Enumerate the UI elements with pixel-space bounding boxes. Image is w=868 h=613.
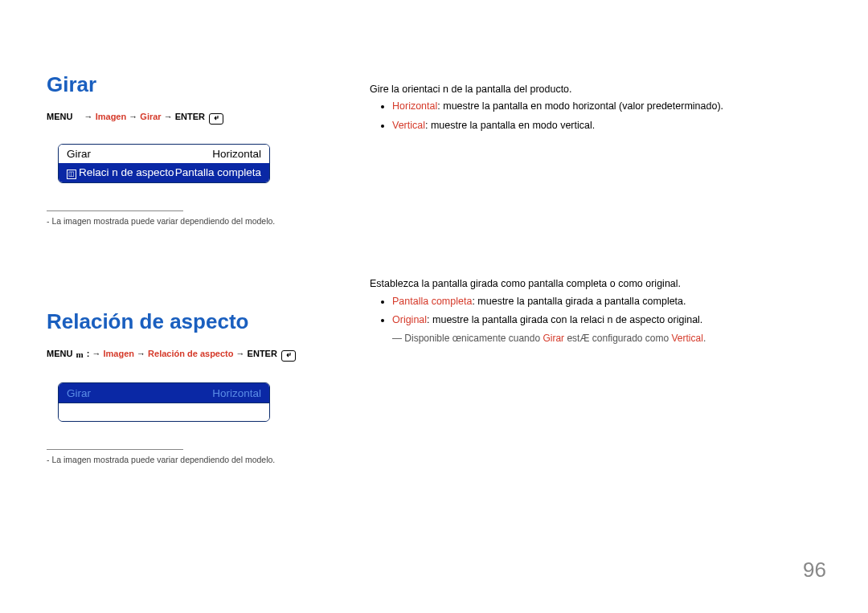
section1-menu-path: MENU → Imagen → Girar → ENTER (47, 112, 320, 125)
bullet-original: Original: muestre la pantalla girada con… (392, 313, 820, 328)
ui-row-label: Girar (67, 148, 91, 160)
ui-preview-girar: Girar Horizontal ◫Relaci n de aspecto Pa… (58, 144, 270, 183)
ui-row-girar[interactable]: Girar Horizontal (59, 145, 269, 163)
ui-row-label: ◫Relaci n de aspecto (67, 166, 174, 179)
ui-row-girar-dim[interactable]: Girar Horizontal (59, 383, 269, 403)
section1-title: Girar (47, 72, 320, 97)
page-number: 96 (803, 558, 826, 582)
section2-title: Relación de aspecto (47, 309, 320, 334)
menu-path-imagen: Imagen (103, 349, 134, 358)
section2-intro: Establezca la pantalla girada como panta… (370, 276, 820, 292)
enter-icon (209, 113, 223, 125)
menu-prefix: MENU (47, 112, 72, 121)
ui-row-value: Pantalla completa (175, 166, 261, 179)
menu-path-aspect: Relación de aspecto (148, 349, 233, 358)
menu-m-icon: m (75, 349, 84, 359)
separator (47, 449, 183, 450)
ui-row-aspect[interactable]: ◫Relaci n de aspecto Pantalla completa (59, 163, 269, 182)
bullet-vertical: Vertical: muestre la pantalla en modo ve… (392, 118, 820, 133)
availability-note: ― Disponible œnicamente cuando Girar est… (392, 331, 820, 346)
ui-row-value: Horizontal (212, 387, 261, 399)
menu-enter-label: ENTER (175, 112, 205, 121)
section1-bullets: Horizontal: muestre la pantalla en modo … (370, 99, 820, 133)
footnote-2: La imagen mostrada puede variar dependie… (47, 455, 320, 464)
section1-intro: Gire la orientaci n de la pantalla del p… (370, 82, 820, 97)
bullet-fullscreen: Pantalla completa: muestre la pantalla g… (392, 294, 820, 309)
ui-row-empty[interactable] (59, 403, 269, 421)
section2-menu-path: MENU m : → Imagen → Relación de aspecto … (47, 349, 320, 362)
aspect-icon: ◫ (67, 170, 76, 179)
menu-path-girar: Girar (140, 112, 161, 121)
menu-enter-label: ENTER (248, 349, 277, 358)
menu-prefix: MENU (47, 349, 72, 358)
footnote-1: La imagen mostrada puede variar dependie… (47, 216, 320, 226)
separator (47, 210, 183, 211)
menu-path-imagen: Imagen (96, 112, 127, 121)
section2-bullets: Pantalla completa: muestre la pantalla g… (370, 294, 820, 329)
bullet-horizontal: Horizontal: muestre la pantalla en modo … (392, 99, 820, 114)
ui-row-label: Girar (67, 387, 91, 399)
ui-row-value: Horizontal (212, 148, 261, 160)
ui-preview-aspect: Girar Horizontal (58, 382, 270, 422)
enter-icon (281, 350, 296, 362)
